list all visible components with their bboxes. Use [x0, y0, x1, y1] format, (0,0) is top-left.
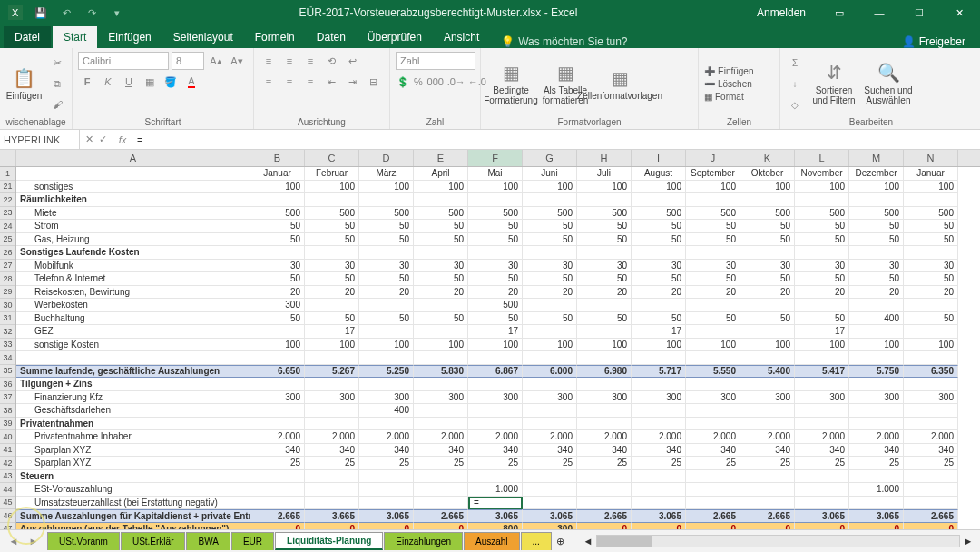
row-label[interactable]: Miete — [16, 207, 250, 221]
cell[interactable] — [904, 470, 958, 484]
cell[interactable]: 0 — [849, 523, 904, 530]
cell[interactable] — [686, 299, 740, 312]
cell[interactable] — [468, 378, 523, 391]
cell[interactable]: 50 — [414, 220, 468, 233]
tab-formulas[interactable]: Formeln — [244, 26, 306, 48]
redo-icon[interactable]: ↷ — [80, 1, 103, 25]
cell[interactable] — [904, 325, 958, 339]
cell[interactable]: 2.000 — [468, 430, 523, 444]
underline-icon[interactable]: U — [120, 73, 138, 91]
cell[interactable]: 6.350 — [904, 365, 958, 379]
cell[interactable]: 340 — [632, 444, 686, 458]
cell[interactable]: 300 — [577, 391, 632, 405]
cell[interactable]: 2.665 — [577, 509, 632, 523]
row-label[interactable] — [16, 351, 250, 365]
cell[interactable] — [632, 404, 686, 418]
cell[interactable]: 50 — [849, 272, 904, 286]
row-header-35[interactable]: 35 — [0, 365, 15, 379]
cell[interactable]: 25 — [849, 457, 904, 470]
sheet-tab-USt.Voranm[interactable]: USt.Voranm — [47, 532, 120, 550]
cell[interactable] — [523, 497, 577, 510]
cell[interactable] — [523, 404, 577, 418]
comma-icon[interactable]: 000 — [426, 73, 445, 91]
cell[interactable]: 25 — [468, 457, 523, 470]
cell[interactable]: 300 — [250, 391, 305, 405]
cell[interactable]: 50 — [686, 233, 740, 247]
copy-icon[interactable]: ⧉ — [48, 74, 66, 93]
cell[interactable]: 340 — [577, 444, 632, 458]
cell[interactable]: 2.000 — [904, 430, 958, 444]
cell[interactable]: 2.000 — [414, 430, 468, 444]
cell[interactable]: 2.000 — [795, 430, 849, 444]
tab-review[interactable]: Überprüfen — [357, 26, 433, 48]
cell[interactable]: 0 — [250, 523, 305, 530]
cell[interactable]: 100 — [523, 181, 577, 194]
cell[interactable]: 30 — [414, 260, 468, 273]
cell[interactable] — [523, 378, 577, 391]
cell[interactable] — [414, 483, 468, 497]
cell[interactable]: 300 — [795, 391, 849, 405]
formula-input[interactable]: = — [132, 130, 980, 149]
tell-me-search[interactable]: 💡 Was möchten Sie tun? — [490, 35, 638, 48]
cell[interactable]: 100 — [414, 181, 468, 194]
cell[interactable] — [849, 418, 904, 431]
cell[interactable]: 50 — [523, 272, 577, 286]
cell[interactable]: 50 — [305, 312, 359, 326]
cell[interactable]: 100 — [305, 181, 359, 194]
cell[interactable] — [740, 351, 795, 365]
cell[interactable]: 2.665 — [250, 509, 305, 523]
cell[interactable]: 25 — [632, 457, 686, 470]
cell[interactable] — [468, 351, 523, 365]
cell[interactable] — [904, 299, 958, 312]
row-header-45[interactable]: 45 — [0, 497, 15, 510]
close-icon[interactable]: ✕ — [940, 0, 978, 25]
merge-icon[interactable]: ⊟ — [364, 73, 382, 91]
cell[interactable]: 0 — [359, 523, 414, 530]
cell[interactable]: 20 — [740, 286, 795, 300]
cell[interactable]: 340 — [359, 444, 414, 458]
cell[interactable]: 300 — [523, 523, 577, 530]
cell[interactable]: 300 — [686, 391, 740, 405]
cell[interactable] — [414, 418, 468, 431]
cell[interactable] — [305, 299, 359, 312]
cell[interactable]: 500 — [849, 207, 904, 221]
col-header-M[interactable]: M — [849, 150, 904, 166]
cell[interactable] — [414, 404, 468, 418]
cell[interactable]: 17 — [468, 325, 523, 339]
cell[interactable] — [849, 378, 904, 391]
cell[interactable]: 300 — [523, 391, 577, 405]
cell[interactable] — [795, 378, 849, 391]
cell[interactable]: 20 — [795, 286, 849, 300]
cell[interactable] — [250, 483, 305, 497]
cell[interactable]: 50 — [632, 220, 686, 233]
cell[interactable]: 340 — [740, 444, 795, 458]
cell[interactable] — [849, 470, 904, 484]
row-header-39[interactable]: 39 — [0, 418, 15, 431]
cell[interactable] — [795, 483, 849, 497]
cell[interactable] — [414, 470, 468, 484]
font-color-icon[interactable]: A — [182, 73, 201, 91]
cell[interactable]: 30 — [577, 260, 632, 273]
cell[interactable] — [414, 497, 468, 510]
cell[interactable]: 3.065 — [468, 509, 523, 523]
cell[interactable]: 5.750 — [849, 365, 904, 379]
cell[interactable] — [577, 378, 632, 391]
cell[interactable]: 500 — [468, 299, 523, 312]
sheet-tab-...[interactable]: ... — [521, 532, 552, 550]
increase-font-icon[interactable]: A▴ — [207, 52, 225, 70]
cell[interactable]: 30 — [468, 260, 523, 273]
cell[interactable]: 100 — [740, 181, 795, 194]
cell[interactable] — [904, 351, 958, 365]
cell[interactable]: 50 — [632, 233, 686, 247]
cell[interactable] — [686, 497, 740, 510]
cell[interactable]: 50 — [849, 220, 904, 233]
align-top-icon[interactable]: ≡ — [260, 52, 278, 70]
cell[interactable] — [414, 193, 468, 207]
cell[interactable]: 100 — [468, 181, 523, 194]
border-icon[interactable]: ▦ — [141, 73, 159, 91]
cell[interactable]: 17 — [795, 325, 849, 339]
cell[interactable]: 2.000 — [359, 430, 414, 444]
cell[interactable] — [468, 418, 523, 431]
row-label[interactable]: Reisekosten, Bewirtung — [16, 286, 250, 300]
cell[interactable] — [305, 351, 359, 365]
